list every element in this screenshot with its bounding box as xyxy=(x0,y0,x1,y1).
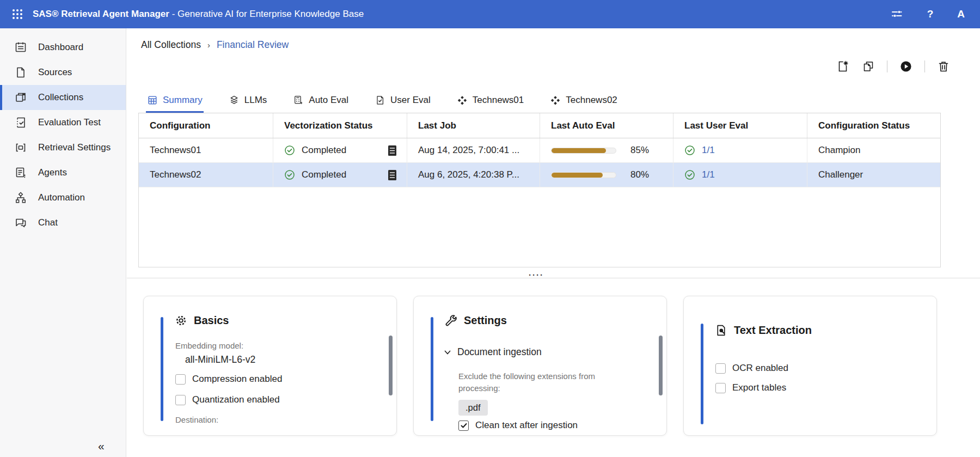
toolbar-divider xyxy=(887,60,887,72)
tab-technews01[interactable]: Technews01 xyxy=(456,89,525,113)
new-configuration-icon[interactable] xyxy=(837,60,850,73)
export-tables-checkbox[interactable]: Export tables xyxy=(715,382,786,393)
layers-icon xyxy=(229,95,240,106)
column-header-last-auto-eval: Last Auto Eval xyxy=(540,113,673,138)
settings-card-title: Settings xyxy=(444,314,507,327)
brackets-icon xyxy=(14,141,27,154)
sidebar-item-sources[interactable]: Sources xyxy=(0,60,126,85)
copy-icon[interactable] xyxy=(862,60,875,73)
card-accent-bar xyxy=(701,324,703,424)
card-accent-bar xyxy=(161,317,163,421)
avatar[interactable]: A xyxy=(957,8,965,20)
success-check-icon xyxy=(684,145,695,156)
embedding-model-value: all-MiniLM-L6-v2 xyxy=(185,354,255,365)
cell-configuration-status: Challenger xyxy=(807,163,940,187)
sidebar-item-evaluation-test[interactable]: Evaluation Test xyxy=(0,110,126,135)
toolbar-divider xyxy=(924,60,925,72)
doc-search-icon xyxy=(714,324,728,337)
splitter-drag-handle[interactable]: ···· xyxy=(529,271,544,279)
sidebar-item-label: Chat xyxy=(38,217,58,228)
sidebar-item-label: Sources xyxy=(38,67,72,78)
summary-grid-icon xyxy=(147,95,158,106)
sidebar-item-label: Evaluation Test xyxy=(38,117,101,128)
diamond-cluster-icon xyxy=(457,95,468,106)
pdf-extension-chip: .pdf xyxy=(458,400,488,416)
delete-icon[interactable] xyxy=(937,60,950,73)
sidebar-item-retrieval-settings[interactable]: Retrieval Settings xyxy=(0,135,126,160)
text-extraction-card-title: Text Extraction xyxy=(714,324,812,337)
cell-configuration-status: Champion xyxy=(807,138,940,162)
ocr-enabled-checkbox[interactable]: OCR enabled xyxy=(715,363,788,374)
app-launcher-icon[interactable] xyxy=(11,8,24,21)
job-log-icon[interactable] xyxy=(388,145,397,156)
doc-check-icon xyxy=(375,95,385,106)
tab-strip: Summary LLMs Auto Eval xyxy=(138,89,941,113)
tab-technews02[interactable]: Technews02 xyxy=(549,89,618,113)
success-check-icon xyxy=(284,169,295,180)
sidebar-item-dashboard[interactable]: Dashboard xyxy=(0,35,126,60)
chevron-down-icon xyxy=(443,348,452,357)
cell-vectorization-status: Completed xyxy=(273,163,407,187)
table-empty-area xyxy=(139,187,940,267)
cell-last-auto-eval: 85% xyxy=(540,138,673,162)
breadcrumb-current[interactable]: Financial Review xyxy=(217,39,289,51)
tab-label: Auto Eval xyxy=(309,95,348,106)
table-row-technews01[interactable]: Technews01 Completed Aug 14, 2025, 7:00: xyxy=(139,138,940,163)
gear-icon xyxy=(174,314,188,327)
checkbox-label: Clean text after ingestion xyxy=(475,420,578,431)
column-header-configuration-status: Configuration Status xyxy=(807,113,940,138)
tab-llms[interactable]: LLMs xyxy=(228,89,268,113)
column-header-configuration: Configuration xyxy=(139,113,273,138)
tab-user-eval[interactable]: User Eval xyxy=(373,89,432,113)
card-scrollbar[interactable] xyxy=(659,336,663,395)
card-title-text: Basics xyxy=(194,314,229,327)
user-eval-link[interactable]: 1/1 xyxy=(702,145,715,156)
sidebar-item-agents[interactable]: Agents xyxy=(0,160,126,185)
compression-enabled-checkbox[interactable]: Compression enabled xyxy=(175,374,282,385)
document-ingestion-section[interactable]: Document ingestion xyxy=(443,346,542,358)
cell-last-user-eval: 1/1 xyxy=(673,138,807,162)
sidebar-item-collections[interactable]: Collections xyxy=(0,85,126,110)
column-header-vectorization-status: Vectorization Status xyxy=(273,113,407,138)
card-scrollbar[interactable] xyxy=(389,336,393,395)
sidebar-item-chat[interactable]: Chat xyxy=(0,210,126,235)
success-check-icon xyxy=(684,169,695,180)
table-header-row: Configuration Vectorization Status Last … xyxy=(139,113,940,138)
wrench-icon xyxy=(444,314,458,327)
chat-icon xyxy=(14,216,27,229)
panel-splitter[interactable] xyxy=(127,278,980,278)
clean-text-checkbox[interactable]: Clean text after ingestion xyxy=(458,420,578,431)
collection-toolbar xyxy=(837,60,950,73)
run-icon[interactable] xyxy=(899,60,912,73)
tab-label: Summary xyxy=(163,95,203,106)
tab-label: User Eval xyxy=(390,95,431,106)
vectorization-status-text: Completed xyxy=(302,145,346,156)
card-title-text: Text Extraction xyxy=(734,324,812,337)
main-content: All Collections › Financial Review xyxy=(127,28,980,457)
sidebar-item-label: Automation xyxy=(38,192,85,203)
app-title-subtitle: - Generative AI for Enterprise Knowledge… xyxy=(172,9,364,19)
quantization-enabled-checkbox[interactable]: Quantization enabled xyxy=(175,394,280,405)
cell-last-auto-eval: 80% xyxy=(540,163,673,187)
job-log-icon[interactable] xyxy=(388,169,397,181)
app-title: SAS® Retrieval Agent Manager - Generativ… xyxy=(33,9,364,20)
cell-last-job: Aug 14, 2025, 7:00:41 ... xyxy=(407,138,540,162)
checkbox-label: Compression enabled xyxy=(192,374,282,385)
checkbox-label: Export tables xyxy=(732,382,786,393)
cell-last-user-eval: 1/1 xyxy=(673,163,807,187)
auto-eval-percent: 80% xyxy=(630,169,649,180)
sidebar-collapse-button[interactable]: « xyxy=(98,440,104,453)
calculator-icon xyxy=(293,95,304,106)
help-icon[interactable]: ? xyxy=(927,8,934,20)
user-eval-link[interactable]: 1/1 xyxy=(702,169,715,180)
breadcrumb-all-collections[interactable]: All Collections xyxy=(141,39,201,51)
tab-auto-eval[interactable]: Auto Eval xyxy=(292,89,350,113)
preferences-sliders-icon[interactable] xyxy=(890,8,903,21)
sidebar-item-automation[interactable]: Automation xyxy=(0,185,126,210)
diamond-cluster-icon xyxy=(550,95,561,106)
table-row-technews02[interactable]: Technews02 Completed Aug 6, 2025, 4:20:3 xyxy=(139,163,940,187)
tab-label: Technews02 xyxy=(566,95,617,106)
flowchart-icon xyxy=(14,191,27,204)
tab-summary[interactable]: Summary xyxy=(146,89,204,113)
column-header-last-job: Last Job xyxy=(407,113,540,138)
